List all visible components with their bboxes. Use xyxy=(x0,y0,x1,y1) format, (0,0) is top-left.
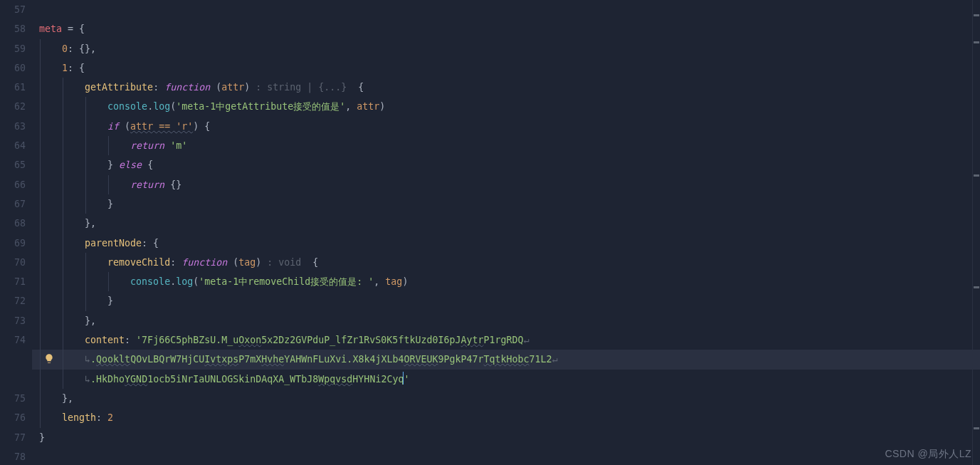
indent-guide xyxy=(63,253,63,272)
line-number: 60 xyxy=(0,58,26,78)
code-token: YGND xyxy=(125,374,147,385)
indent-guide xyxy=(40,136,41,155)
scrollbar-mark[interactable] xyxy=(974,174,979,177)
code-line[interactable]: }, xyxy=(32,389,980,408)
code-line[interactable]: }, xyxy=(32,214,980,233)
scrollbar-mark[interactable] xyxy=(974,427,979,429)
code-token: QOvLBQrW7HjCU xyxy=(130,354,204,365)
indent-guide xyxy=(40,155,41,174)
code-line[interactable]: return 'm' xyxy=(32,136,980,155)
code-line[interactable]: getAttribute: function (attr) : string |… xyxy=(32,78,980,97)
code-token: HYHNi2Cyq xyxy=(352,374,404,385)
code-token: : xyxy=(153,82,164,93)
scrollbar-mark[interactable] xyxy=(974,286,979,288)
code-token xyxy=(164,140,170,151)
indent-guide xyxy=(63,155,63,174)
code-token: if xyxy=(107,121,119,132)
code-token: return xyxy=(130,140,164,151)
code-token: P1rgRDQ xyxy=(483,335,523,345)
code-line[interactable]: removeChild: function (tag) : void { xyxy=(32,253,980,272)
code-token: meta xyxy=(39,23,62,34)
code-token: } xyxy=(107,199,113,209)
code-line[interactable]: ↳.QookltQOvLBQrW7HjCUIvtxpsP7mXHvheYAHWn… xyxy=(32,350,980,369)
indent-guide xyxy=(40,234,41,253)
code-line[interactable]: length: 2 xyxy=(32,408,980,427)
scrollbar-mark[interactable] xyxy=(974,41,979,43)
code-line[interactable]: ↳.HkDhoYGND1ocb5iNrIaUNLOGSkinDAqXA_WTbJ… xyxy=(32,370,980,389)
code-line[interactable]: } else { xyxy=(32,155,980,174)
code-line[interactable]: } xyxy=(32,194,980,214)
code-token: = xyxy=(62,23,79,34)
code-line[interactable]: 0: {}, xyxy=(32,39,980,58)
code-line[interactable]: return {} xyxy=(32,175,980,194)
indent-guide xyxy=(63,291,63,310)
code-line[interactable] xyxy=(32,0,980,19)
code-line[interactable]: 1: { xyxy=(32,58,980,78)
code-token: 2 xyxy=(107,412,113,423)
indent-guide xyxy=(63,370,63,389)
code-token: log xyxy=(153,101,170,112)
code-line[interactable] xyxy=(32,447,980,465)
code-line[interactable]: if (attr == 'r') { xyxy=(32,117,980,136)
code-token: ) xyxy=(402,276,408,287)
code-token: : void xyxy=(267,257,301,268)
code-line[interactable]: console.log('meta-1中removeChild接受的值是: ',… xyxy=(32,272,980,291)
indent-guide xyxy=(40,117,41,136)
code-token: ( xyxy=(170,101,176,112)
indent-guide xyxy=(85,117,86,136)
line-number: 57 xyxy=(0,0,26,19)
code-line[interactable]: }, xyxy=(32,311,980,330)
line-number: 76 xyxy=(0,408,26,427)
scrollbar-mark[interactable] xyxy=(974,14,979,16)
indent-guide xyxy=(40,175,41,194)
code-line[interactable]: console.log('meta-1中getAttribute接受的值是', … xyxy=(32,97,980,116)
code-token: } xyxy=(107,160,119,170)
line-number: 67 xyxy=(0,194,26,214)
code-token: 71L2 xyxy=(529,354,552,365)
code-token: {} xyxy=(164,179,181,190)
line-number: 59 xyxy=(0,39,26,58)
code-token: : { xyxy=(142,238,159,249)
code-token: { xyxy=(79,23,85,34)
code-token: ) xyxy=(379,101,385,112)
indent-guide xyxy=(40,311,41,330)
code-area[interactable]: meta = { 0: {}, 1: { getAttribute: funct… xyxy=(32,0,980,465)
indent-guide xyxy=(63,136,63,155)
code-token: console xyxy=(107,101,147,112)
code-line[interactable]: } xyxy=(32,428,980,447)
code-token: 'm' xyxy=(170,140,187,151)
code-line[interactable]: parentNode: { xyxy=(32,234,980,253)
indent-guide xyxy=(40,291,41,310)
code-editor[interactable]: 5758596061626364656667686970717273747576… xyxy=(0,0,980,465)
indent-guide xyxy=(63,214,63,233)
code-line[interactable]: meta = { xyxy=(32,19,980,38)
code-token: function xyxy=(181,257,227,268)
indent-guide xyxy=(40,194,41,214)
code-token: length xyxy=(62,412,96,423)
code-line[interactable]: } xyxy=(32,291,980,310)
line-number: 74 xyxy=(0,330,26,350)
code-token: P7mX xyxy=(238,354,261,365)
code-token: tag xyxy=(385,276,402,287)
code-token: attr == 'r' xyxy=(130,121,193,132)
indent-guide xyxy=(85,175,86,194)
code-token: Qooklt xyxy=(96,354,130,365)
indent-guide xyxy=(85,272,86,291)
code-line[interactable]: content: '7Fj66C5phBZsU.M_uOxon5x2Dz2GVP… xyxy=(32,330,980,350)
code-token: , xyxy=(345,101,357,112)
code-token: ' xyxy=(404,374,409,385)
code-token: } xyxy=(39,432,45,443)
line-number: 77 xyxy=(0,428,26,447)
indent-guide xyxy=(63,117,63,136)
intention-bulb-icon[interactable] xyxy=(43,352,56,365)
scrollbar[interactable] xyxy=(972,0,980,465)
code-token: 0 xyxy=(62,43,68,54)
code-token: . xyxy=(147,101,153,112)
code-token: 'meta-1中removeChild接受的值是: ' xyxy=(199,276,374,287)
indent-guide xyxy=(63,78,63,97)
code-token: getAttribute xyxy=(85,82,153,93)
code-token: log xyxy=(176,276,193,287)
line-number xyxy=(0,350,26,369)
line-number-gutter: 5758596061626364656667686970717273747576… xyxy=(0,0,32,465)
code-token: . xyxy=(90,354,96,365)
